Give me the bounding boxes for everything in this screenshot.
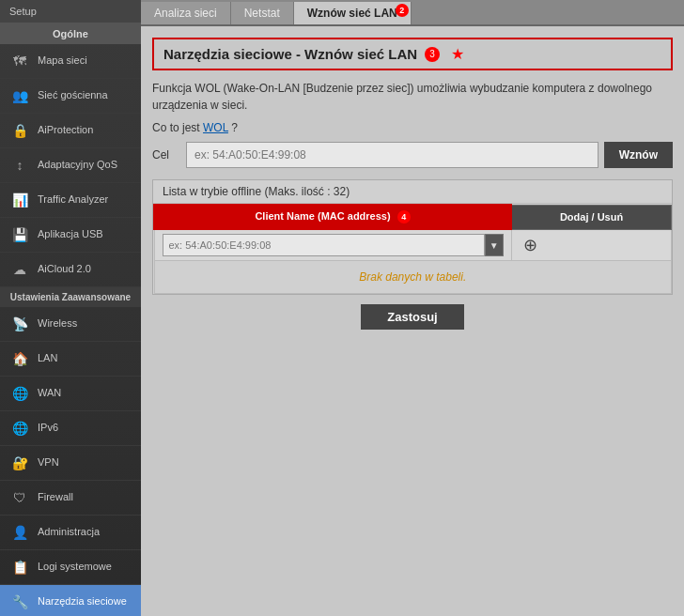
tab-wznow-siec-lan[interactable]: Wznów sieć LAN 2 [294, 2, 412, 24]
wol-description: Funkcja WOL (Wake-On-LAN [Budzenie przez… [152, 80, 673, 114]
tab-bar: Analiza sieci Netstat Wznów sieć LAN 2 [141, 0, 684, 26]
sidebar-item-aplikacja-usb[interactable]: 💾 Aplikacja USB [0, 218, 141, 253]
sidebar-item-label: VPN [38, 456, 59, 469]
sidebar-item-vpn[interactable]: 🔐 VPN [0, 446, 141, 481]
sidebar-item-mapa-sieci[interactable]: 🗺 Mapa sieci [0, 44, 141, 79]
sidebar-item-ipv6[interactable]: 🌐 IPv6 [0, 411, 141, 446]
sidebar-item-wireless[interactable]: 📡 Wireless [0, 307, 141, 342]
zastosuj-button[interactable]: Zastosuj [361, 304, 463, 330]
sidebar-item-label: Wireless [38, 317, 77, 330]
offline-header: Lista w trybie offline (Maks. ilość : 32… [153, 180, 672, 204]
page-title-badge: 3 [425, 47, 440, 62]
cloud-icon: ☁ [9, 259, 30, 280]
tab-label: Netstat [244, 7, 280, 20]
sidebar-item-logi-systemowe[interactable]: 📋 Logi systemowe [0, 550, 141, 585]
wznow-button[interactable]: Wznów [604, 142, 673, 168]
wol-link-text: Co to jest WOL ? [152, 119, 673, 136]
chart-icon: 📊 [9, 190, 30, 210]
sidebar-setup-label: Setup [9, 6, 37, 17]
sidebar-item-label: WAN [38, 387, 61, 399]
sidebar-item-aiprotection[interactable]: 🔒 AiProtection [0, 114, 141, 148]
sidebar-item-label: Firewall [38, 491, 73, 503]
logs-icon: 📋 [9, 557, 30, 578]
sidebar-item-adaptacyjny-qos[interactable]: ↕ Adaptacyjny QoS [0, 148, 141, 183]
no-data-row: Brak danych w tabeli. [154, 261, 672, 294]
tab-label: Wznów sieć LAN [307, 7, 397, 20]
mac-input-cell: ▼ [154, 229, 511, 261]
sidebar-item-label: IPv6 [38, 422, 58, 434]
sidebar-item-label: Adaptacyjny QoS [38, 159, 117, 171]
page-title-box: Narzędzia sieciowe - Wznów sieć LAN 3 ★ [152, 38, 673, 70]
tab-netstat[interactable]: Netstat [231, 2, 294, 24]
tools-icon: 🔧 [9, 592, 30, 612]
mac-input-group: ▼ [163, 234, 504, 256]
wan-icon: 🌐 [9, 383, 30, 404]
page-title: Narzędzia sieciowe - Wznów sieć LAN [163, 46, 417, 62]
sidebar-item-firewall[interactable]: 🛡 Firewall [0, 481, 141, 516]
col-add-remove-header: Dodaj / Usuń [511, 205, 671, 229]
sidebar-item-narzedzia-sieciowe[interactable]: 🔧 Narzędzia sieciowe [0, 585, 141, 616]
admin-icon: 👤 [9, 522, 30, 543]
tab-analiza-sieci[interactable]: Analiza sieci [141, 2, 231, 24]
offline-table: Client Name (MAC address) 4 Dodaj / Usuń… [153, 204, 672, 294]
mac-address-input[interactable] [163, 234, 485, 256]
sidebar-item-traffic-analyzer[interactable]: 📊 Traffic Analyzer [0, 183, 141, 218]
firewall-icon: 🛡 [9, 487, 30, 508]
add-btn-cell: ⊕ [511, 229, 671, 261]
users-icon: 👥 [9, 85, 30, 106]
offline-section: Lista w trybie offline (Maks. ilość : 32… [152, 179, 673, 295]
sidebar-item-label: Narzędzia sieciowe [38, 595, 127, 608]
col-client-label: Client Name (MAC address) [255, 210, 390, 222]
input-row: ▼ ⊕ [154, 229, 672, 261]
sidebar-item-label: Mapa sieci [38, 54, 87, 67]
vpn-icon: 🔐 [9, 453, 30, 473]
map-icon: 🗺 [9, 51, 30, 71]
cel-label: Cel [152, 148, 180, 162]
required-asterisk: ★ [451, 45, 464, 63]
main-content: Analiza sieci Netstat Wznów sieć LAN 2 N… [141, 0, 684, 616]
sidebar-item-aicloud[interactable]: ☁ AiCloud 2.0 [0, 253, 141, 287]
sidebar-item-label: Sieć gościenna [38, 89, 108, 101]
dropdown-arrow[interactable]: ▼ [485, 234, 504, 256]
sidebar-item-administracja[interactable]: 👤 Administracja [0, 516, 141, 550]
sidebar-item-wan[interactable]: 🌐 WAN [0, 377, 141, 411]
col-client-badge: 4 [397, 210, 411, 223]
wol-link[interactable]: WOL [203, 121, 228, 134]
no-data-cell: Brak danych w tabeli. [154, 261, 672, 294]
cel-row: Cel Wznów [152, 142, 673, 168]
sidebar-setup-header: Setup [0, 0, 141, 23]
sidebar-item-label: AiCloud 2.0 [38, 263, 91, 275]
content-area: Narzędzia sieciowe - Wznów sieć LAN 3 ★ … [141, 26, 684, 616]
qos-icon: ↕ [9, 155, 30, 176]
sidebar-item-label: Traffic Analyzer [38, 193, 108, 206]
lock-icon: 🔒 [9, 120, 30, 141]
sidebar-general-section: Ogólne [0, 23, 141, 44]
tab-badge: 2 [396, 4, 409, 17]
apply-btn-row: Zastosuj [152, 304, 673, 330]
sidebar-advanced-section: Ustawienia Zaawansowane [0, 287, 141, 307]
add-entry-button[interactable]: ⊕ [520, 234, 542, 256]
sidebar-item-lan[interactable]: 🏠 LAN [0, 342, 141, 377]
sidebar-item-siec-goscinanna[interactable]: 👥 Sieć gościenna [0, 79, 141, 114]
sidebar-item-label: LAN [38, 352, 57, 364]
usb-icon: 💾 [9, 224, 30, 245]
wireless-icon: 📡 [9, 314, 30, 334]
sidebar-item-label: Administracja [38, 526, 100, 538]
sidebar: Setup Ogólne 🗺 Mapa sieci 👥 Sieć gościen… [0, 0, 141, 616]
sidebar-item-label: AiProtection [38, 124, 93, 136]
sidebar-item-label: Aplikacja USB [38, 228, 103, 240]
cel-input[interactable] [186, 142, 598, 168]
col-client-header: Client Name (MAC address) 4 [154, 205, 511, 229]
sidebar-item-label: Logi systemowe [38, 561, 112, 573]
lan-icon: 🏠 [9, 348, 30, 369]
ipv6-icon: 🌐 [9, 418, 30, 439]
tab-label: Analiza sieci [154, 7, 217, 20]
